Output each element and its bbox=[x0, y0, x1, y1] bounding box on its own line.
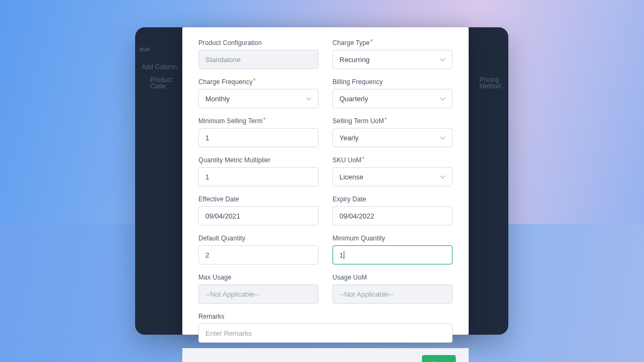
field-max-usage: Max Usage bbox=[198, 274, 319, 304]
select-charge-frequency[interactable]: Monthly bbox=[198, 89, 319, 108]
label-expiry-date: Expiry Date bbox=[332, 195, 453, 203]
label-minimum-quantity: Minimum Quantity bbox=[332, 235, 453, 242]
field-charge-type: Charge Type* Recurring bbox=[332, 39, 453, 69]
input-max-usage bbox=[198, 284, 319, 304]
select-usage-uom bbox=[332, 284, 453, 304]
value-qty-metric-multiplier[interactable] bbox=[205, 173, 312, 181]
chevron-down-icon bbox=[440, 174, 446, 179]
value-minimum-quantity: 1 bbox=[339, 251, 343, 259]
chevron-down-icon bbox=[306, 96, 312, 101]
select-selling-term-uom[interactable]: Yearly bbox=[332, 128, 453, 147]
value-usage-uom bbox=[339, 290, 446, 298]
field-usage-uom: Usage UoM bbox=[332, 274, 453, 304]
field-product-configuration: Product Configuration Standalone bbox=[198, 39, 319, 69]
label-min-selling-term: Minimum Selling Term* bbox=[198, 117, 319, 125]
input-minimum-quantity[interactable]: 1 bbox=[332, 245, 453, 265]
field-billing-frequency: Billing Frequency Quarterly bbox=[332, 78, 453, 108]
field-selling-term-uom: Selling Term UoM* Yearly bbox=[332, 117, 453, 147]
input-product-configuration: Standalone bbox=[198, 50, 319, 69]
label-usage-uom: Usage UoM bbox=[332, 274, 453, 281]
bg-col-pricing-method: Pricing Method bbox=[479, 77, 501, 89]
label-product-configuration: Product Configuration bbox=[198, 39, 319, 47]
value-remarks[interactable] bbox=[205, 329, 446, 337]
input-effective-date[interactable] bbox=[198, 206, 319, 225]
bg-save-hint: ave bbox=[139, 46, 150, 53]
modal-footer: Next bbox=[182, 348, 469, 362]
value-sku-uom: License bbox=[339, 173, 364, 181]
value-billing-frequency: Quarterly bbox=[339, 95, 368, 103]
label-remarks: Remarks bbox=[198, 313, 453, 320]
value-charge-frequency: Monthly bbox=[205, 95, 230, 103]
text-caret bbox=[344, 251, 344, 259]
select-charge-type[interactable]: Recurring bbox=[332, 50, 453, 69]
value-default-quantity[interactable] bbox=[205, 251, 312, 259]
select-sku-uom[interactable]: License bbox=[332, 167, 453, 186]
field-default-quantity: Default Quantity bbox=[198, 235, 319, 265]
field-effective-date: Effective Date bbox=[198, 195, 319, 225]
label-selling-term-uom: Selling Term UoM* bbox=[332, 117, 453, 125]
field-min-selling-term: Minimum Selling Term* bbox=[198, 117, 319, 147]
input-default-quantity[interactable] bbox=[198, 245, 319, 265]
product-form-modal: Product Configuration Standalone Charge … bbox=[182, 27, 469, 335]
label-charge-type: Charge Type* bbox=[332, 39, 453, 47]
select-billing-frequency[interactable]: Quarterly bbox=[332, 89, 453, 108]
field-sku-uom: SKU UoM* License bbox=[332, 156, 453, 186]
value-max-usage bbox=[205, 290, 312, 298]
value-effective-date[interactable] bbox=[205, 212, 312, 220]
label-default-quantity: Default Quantity bbox=[198, 235, 319, 242]
bg-col-product-code: Product Code bbox=[150, 77, 172, 89]
input-min-selling-term[interactable] bbox=[198, 128, 319, 147]
value-selling-term-uom: Yearly bbox=[339, 134, 359, 142]
label-charge-frequency: Charge Frequency* bbox=[198, 78, 319, 86]
label-qty-metric-multiplier: Quantity Metric Multiplier bbox=[198, 156, 319, 164]
value-expiry-date[interactable] bbox=[339, 212, 446, 220]
field-minimum-quantity: Minimum Quantity 1 bbox=[332, 235, 453, 265]
label-billing-frequency: Billing Frequency bbox=[332, 78, 453, 86]
input-qty-metric-multiplier[interactable] bbox=[198, 167, 319, 186]
field-remarks: Remarks bbox=[198, 313, 453, 343]
value-product-configuration: Standalone bbox=[205, 56, 241, 64]
chevron-down-icon bbox=[440, 96, 446, 101]
input-remarks[interactable] bbox=[198, 323, 453, 343]
chevron-down-icon bbox=[440, 135, 446, 140]
label-max-usage: Max Usage bbox=[198, 274, 319, 281]
field-expiry-date: Expiry Date bbox=[332, 195, 453, 225]
value-min-selling-term[interactable] bbox=[205, 134, 312, 142]
label-sku-uom: SKU UoM* bbox=[332, 156, 453, 164]
label-effective-date: Effective Date bbox=[198, 195, 319, 203]
field-charge-frequency: Charge Frequency* Monthly bbox=[198, 78, 319, 108]
field-qty-metric-multiplier: Quantity Metric Multiplier bbox=[198, 156, 319, 186]
chevron-down-icon bbox=[440, 57, 446, 62]
next-button[interactable]: Next bbox=[422, 355, 456, 363]
bg-add-column[interactable]: Add Column bbox=[142, 63, 177, 71]
input-expiry-date[interactable] bbox=[332, 206, 453, 225]
value-charge-type: Recurring bbox=[339, 56, 369, 64]
